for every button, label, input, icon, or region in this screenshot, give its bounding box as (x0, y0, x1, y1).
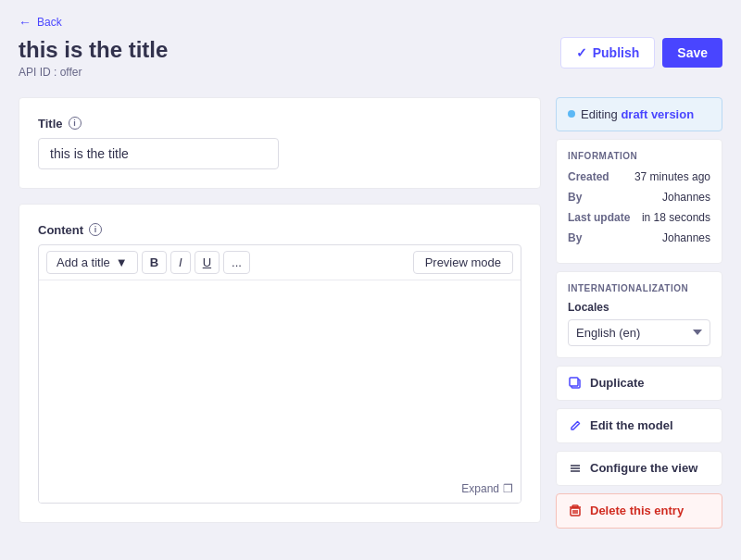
intl-title: INTERNATIONALIZATION (568, 283, 710, 293)
draft-dot (568, 110, 575, 118)
delete-icon (568, 504, 583, 518)
dropdown-arrow-icon: ▼ (116, 255, 128, 269)
left-panel: Title i Content i Add a title ▼ (19, 97, 541, 545)
edit-model-label: Edit the model (590, 418, 673, 432)
by-value: Johannes (662, 191, 710, 204)
page-title-block: this is the title API ID : offer (19, 37, 168, 79)
main-content: Title i Content i Add a title ▼ (19, 97, 722, 545)
internationalization-section: INTERNATIONALIZATION Locales English (en… (556, 271, 722, 358)
editor-toolbar: Add a title ▼ B I U ... (39, 245, 521, 280)
publish-button[interactable]: ✓ Publish (560, 37, 656, 68)
configure-view-label: Configure the view (590, 461, 697, 475)
by-label: By (568, 191, 582, 204)
locales-label: Locales (568, 301, 710, 314)
title-info-icon[interactable]: i (69, 117, 82, 130)
bold-label: B (150, 255, 158, 269)
more-button[interactable]: ... (223, 251, 250, 274)
delete-entry-label: Delete this entry (590, 504, 684, 517)
back-label: Back (37, 16, 62, 29)
back-link[interactable]: ← Back (19, 15, 62, 30)
last-update-row: Last update in 18 seconds (568, 211, 710, 224)
content-label-text: Content (38, 223, 83, 237)
by2-label: By (568, 231, 582, 244)
expand-label: Expand (461, 482, 499, 495)
by2-row: By Johannes (568, 231, 710, 244)
created-row: Created 37 minutes ago (568, 170, 710, 183)
header-actions: ✓ Publish Save (560, 37, 722, 68)
title-input[interactable] (38, 138, 279, 169)
draft-version-text: draft version (621, 107, 694, 121)
editor-content-area[interactable]: Expand ❐ (39, 280, 521, 503)
save-label: Save (677, 45, 708, 60)
rich-text-editor: Add a title ▼ B I U ... (38, 244, 521, 504)
expand-icon: ❐ (503, 482, 513, 495)
page-title: this is the title (19, 37, 168, 64)
duplicate-label: Duplicate (590, 376, 645, 390)
information-title: INFORMATION (568, 151, 710, 161)
check-icon: ✓ (576, 45, 587, 60)
save-button[interactable]: Save (662, 38, 722, 68)
duplicate-button[interactable]: Duplicate (556, 366, 722, 401)
delete-entry-button[interactable]: Delete this entry (556, 493, 722, 529)
svg-rect-1 (570, 378, 578, 386)
title-field-label: Title i (38, 117, 521, 131)
right-sidebar: Editing draft version INFORMATION Create… (556, 97, 722, 545)
last-update-label: Last update (568, 211, 630, 224)
configure-view-button[interactable]: Configure the view (556, 451, 722, 486)
page-header: this is the title API ID : offer ✓ Publi… (19, 37, 722, 79)
add-title-label: Add a title (57, 255, 110, 269)
configure-icon (568, 461, 583, 476)
bold-button[interactable]: B (142, 251, 167, 274)
duplicate-icon (568, 376, 583, 391)
created-label: Created (568, 170, 609, 183)
underline-button[interactable]: U (195, 251, 220, 274)
back-arrow-icon: ← (19, 15, 31, 30)
edit-icon (568, 418, 583, 433)
expand-button[interactable]: Expand ❐ (461, 482, 513, 495)
content-field-card: Content i Add a title ▼ B I (19, 204, 541, 523)
last-update-value: in 18 seconds (642, 211, 710, 224)
locale-select[interactable]: English (en) (568, 319, 710, 346)
by-row: By Johannes (568, 191, 710, 204)
information-section: INFORMATION Created 37 minutes ago By Jo… (556, 139, 722, 264)
draft-text: Editing draft version (581, 107, 694, 121)
italic-label: I (179, 255, 182, 269)
by2-value: Johannes (662, 231, 710, 244)
add-title-dropdown[interactable]: Add a title ▼ (46, 251, 138, 274)
italic-button[interactable]: I (170, 251, 191, 274)
svg-rect-10 (572, 505, 578, 507)
draft-editing-text: Editing (581, 107, 621, 121)
more-label: ... (232, 255, 242, 269)
edit-model-button[interactable]: Edit the model (556, 408, 722, 443)
preview-label: Preview mode (425, 255, 501, 269)
content-info-icon[interactable]: i (89, 223, 102, 236)
title-label-text: Title (38, 117, 63, 131)
title-field-card: Title i (19, 97, 541, 189)
draft-badge: Editing draft version (556, 97, 722, 131)
underline-label: U (203, 255, 211, 269)
preview-mode-button[interactable]: Preview mode (413, 251, 513, 274)
page-subtitle: API ID : offer (19, 66, 168, 79)
publish-label: Publish (593, 45, 640, 60)
created-value: 37 minutes ago (634, 170, 710, 183)
content-field-label: Content i (38, 223, 521, 237)
